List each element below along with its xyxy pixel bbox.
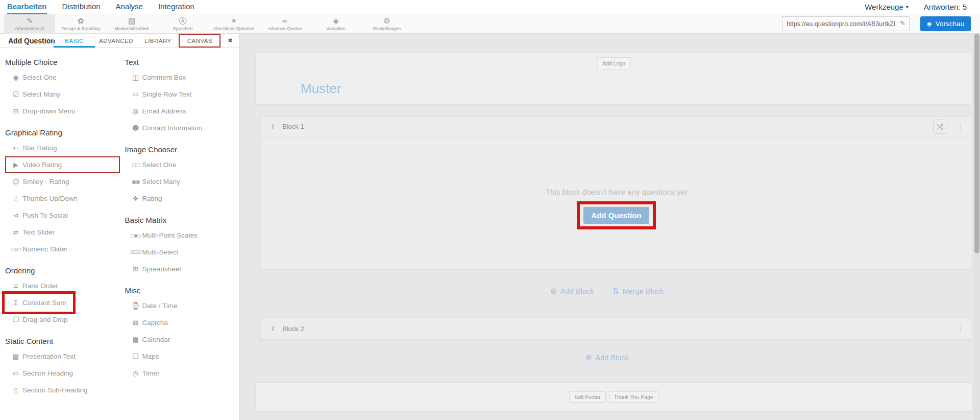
block-menu-icon[interactable]: ⋮	[957, 122, 965, 131]
question-type-label: Select Many	[22, 90, 60, 98]
toolbar-item-variablen[interactable]: ◈Variablen	[310, 14, 361, 34]
palette-icon: ✿	[78, 17, 84, 25]
workspace-icon: ✎	[27, 17, 33, 25]
question-type-constant-sum[interactable]: ΣConstant Sum	[5, 294, 72, 311]
add-block-button-2[interactable]: ⊕ Add Block	[585, 353, 629, 362]
responses-count[interactable]: Antworten: 5	[924, 3, 967, 11]
chevron-down-icon: ▾	[906, 4, 909, 10]
scrollbar-thumb[interactable]	[974, 34, 979, 253]
toolbar-item-sprachen[interactable]: ⒶSprachen	[157, 14, 208, 34]
contact-icon: ☻	[129, 124, 142, 132]
nav-item-analyse[interactable]: Analyse	[116, 0, 143, 14]
toolbar-item-abschluss-optionen[interactable]: ✶Abschluss-Optionen	[208, 14, 259, 34]
toolbar-item-advance-quotas[interactable]: ∞Advance-Quotas	[259, 14, 310, 34]
question-type-date-time[interactable]: ⌚Date / Time	[125, 297, 240, 314]
question-type-captcha[interactable]: ⊠Captcha	[125, 314, 240, 331]
section-heading-misc: Misc	[125, 286, 240, 295]
add-block-2-label: Add Block	[596, 354, 629, 362]
toolbar-item-label: Variablen	[326, 26, 345, 31]
question-type-thumbs-up-down[interactable]: ☝Thumbs Up/Down	[5, 190, 120, 207]
tools-menu[interactable]: Werkzeuge ▾	[865, 3, 909, 11]
question-type-rank-order[interactable]: ≡Rank Order	[5, 277, 120, 294]
shuffle-questions-button[interactable]	[933, 120, 947, 134]
question-type-text-slider[interactable]: ⇌Text Slider	[5, 224, 120, 241]
question-type-label: Spreadsheet	[142, 265, 182, 273]
toolbar-item-medienbibliothek[interactable]: ▧Medienbibliothek	[106, 14, 157, 34]
add-logo-button[interactable]: Add Logo	[597, 57, 631, 69]
question-type-presentation-text[interactable]: ▤Presentation Text	[5, 348, 120, 365]
question-type-label: Contact Information	[142, 124, 203, 132]
thank-you-page-button[interactable]: Thank You Page	[609, 391, 658, 403]
survey-url-input[interactable]	[782, 16, 910, 31]
question-type-label: Section Sub-Heading	[22, 386, 88, 394]
question-type-drop-down-menu[interactable]: ⊟Drop-down Menu	[5, 103, 120, 120]
question-column-2: Text◫Comment Box▭Single Row Text@Email A…	[125, 49, 240, 399]
edit-footer-button[interactable]: Edit Footer	[569, 391, 605, 403]
nav-item-distribution[interactable]: Distribution	[62, 0, 101, 14]
toolbar-item-einstellungen[interactable]: ⚙Einstellungen	[361, 14, 412, 34]
question-type-drag-and-drop[interactable]: ❐Drag and Drop	[5, 311, 120, 328]
block-menu-icon[interactable]: ⋮	[957, 324, 965, 334]
section-heading-graphical-rating: Graphical Rating	[5, 128, 120, 137]
question-type-video-rating[interactable]: ▶Video Rating	[5, 156, 120, 173]
question-type-rating[interactable]: ❖Rating	[125, 190, 240, 207]
question-type-label: Video Rating	[22, 161, 62, 169]
panel-title: Add Question	[0, 34, 53, 48]
toolbar-item-arbeitsbereich[interactable]: ✎Arbeitsbereich	[4, 14, 55, 34]
question-type-label: Multi-Point Scales	[142, 231, 198, 239]
text-slider-icon: ⇌	[9, 228, 22, 236]
tab-library[interactable]: LIBRARY	[137, 34, 179, 48]
question-type-select-many[interactable]: ▣▣Select Many	[125, 173, 240, 190]
question-type-calendar[interactable]: ▦Calendar	[125, 331, 240, 348]
add-block-button[interactable]: ⊕ Add Block	[550, 286, 594, 296]
tab-basic[interactable]: BASIC	[53, 34, 95, 48]
merge-block-button[interactable]: ⇅ Merge Block	[612, 286, 664, 296]
survey-title[interactable]: Muster	[301, 81, 341, 97]
question-type-comment-box[interactable]: ◫Comment Box	[125, 69, 240, 86]
question-type-star-rating[interactable]: ★☆Star Rating	[5, 139, 120, 156]
expand-block-icon[interactable]: ∧ ∨	[269, 326, 277, 331]
question-type-multi-point-scales[interactable]: ○◉○Multi-Point Scales	[125, 227, 240, 244]
question-type-label: Star Rating	[22, 144, 57, 152]
question-type-label: Smiley - Rating	[22, 178, 69, 185]
add-question-button[interactable]: Add Question	[583, 207, 649, 224]
collapse-block-icon[interactable]: ∨ ∧	[269, 124, 277, 129]
block-1-header: ∨ ∧ Block 1 ⋮	[261, 117, 972, 136]
question-type-smiley-rating[interactable]: ☺Smiley - Rating	[5, 173, 120, 190]
question-type-section-heading[interactable]: ▭Section Heading	[5, 365, 120, 382]
drag-drop-icon: ❐	[9, 316, 22, 323]
tab-canvas[interactable]: CANVAS	[179, 34, 220, 48]
question-type-email-address[interactable]: @Email Address	[125, 103, 240, 120]
question-type-contact-information[interactable]: ☻Contact Information	[125, 120, 240, 136]
nav-item-bearbeiten[interactable]: Bearbeiten	[7, 0, 47, 14]
question-type-select-many[interactable]: ☑Select Many	[5, 86, 120, 103]
question-type-multi-select[interactable]: ☑☐☑Multi-Select	[125, 244, 240, 261]
multi-point-scales-icon: ○◉○	[129, 233, 142, 238]
annotation-red-box: Add Question	[577, 201, 655, 229]
nav-item-integration[interactable]: Integration	[158, 0, 194, 14]
question-type-select-one[interactable]: ◉Select One	[5, 69, 120, 86]
tab-advanced[interactable]: ADVANCED	[95, 34, 137, 48]
question-type-label: Thumbs Up/Down	[22, 195, 78, 202]
toolbar-item-design-branding[interactable]: ✿Design & Branding	[55, 14, 106, 34]
section-heading-basic-matrix: Basic Matrix	[125, 216, 240, 224]
toolbar-item-label: Medienbibliothek	[114, 26, 149, 31]
question-type-label: Push To Social	[22, 212, 68, 219]
question-type-maps[interactable]: ❒Maps	[125, 348, 240, 365]
panel-tabs-row: Add Question BASICADVANCEDLIBRARYCANVAS …	[0, 34, 239, 48]
section-heading-ordering: Ordering	[5, 266, 120, 275]
question-type-single-row-text[interactable]: ▭Single Row Text	[125, 86, 240, 103]
question-type-select-one[interactable]: □□Select One	[125, 156, 240, 173]
edit-url-pencil-icon[interactable]: ✎	[900, 19, 905, 27]
question-type-numeric-slider[interactable]: ○⊙○Numeric Slider	[5, 241, 120, 258]
variables-icon: ◈	[333, 17, 339, 25]
question-type-push-to-social[interactable]: ⊲Push To Social	[5, 207, 120, 224]
question-type-section-sub-heading[interactable]: ▯Section Sub-Heading	[5, 382, 120, 399]
add-question-panel: Add Question BASICADVANCEDLIBRARYCANVAS …	[0, 34, 240, 420]
question-type-timer[interactable]: ◷Timer	[125, 365, 240, 382]
block-2-card: ∧ ∨ Block 2 ⋮	[260, 317, 972, 340]
preview-button[interactable]: ◉ Vorschau	[920, 16, 971, 31]
question-type-spreadsheet[interactable]: ⊞Spreadsheet	[125, 261, 240, 277]
close-icon[interactable]: ✖	[220, 34, 239, 48]
checkbox-icon: ☑	[9, 90, 22, 98]
